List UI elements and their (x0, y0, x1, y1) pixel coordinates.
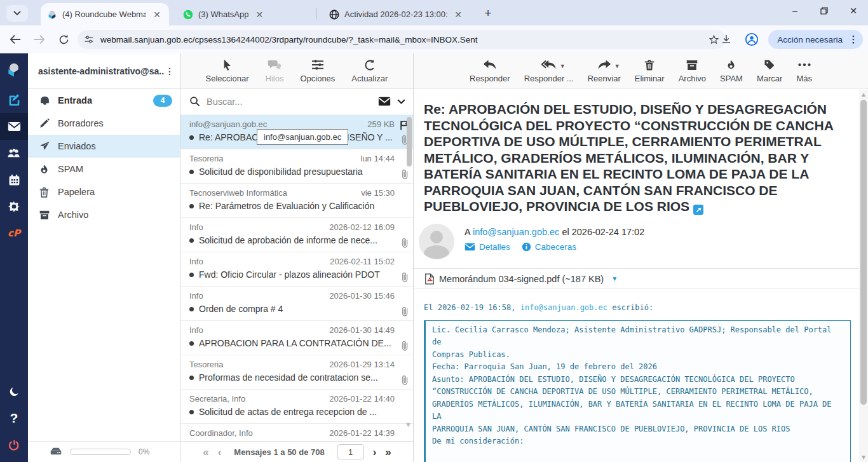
reload-icon[interactable] (55, 31, 72, 48)
attachment-clip-icon (400, 375, 410, 386)
settings-gear-icon[interactable] (0, 193, 28, 220)
account-header[interactable]: asistente-administrativo@sa... ⋮ (28, 53, 180, 89)
browser-menu-icon[interactable]: ⋮ (848, 34, 859, 45)
forward-caret-icon[interactable]: ▼ (614, 63, 620, 69)
folder-papelera[interactable]: Papelera (28, 180, 180, 203)
message-row[interactable]: Secretaria, Info2026-01-22 14:40 Solicit… (180, 390, 414, 424)
message-row[interactable]: Tesoreria2026-01-29 13:14 Proformas de n… (180, 355, 414, 390)
spam-button[interactable]: SPAM (720, 58, 743, 83)
tab-roundcube[interactable]: (4) Roundcube Webmail :: Envia ✕ (41, 3, 169, 25)
search-input[interactable] (207, 97, 372, 107)
recipient-address-link[interactable]: info@sanjuan.gob.ec (473, 227, 559, 237)
downloads-icon[interactable] (717, 31, 735, 48)
headers-link[interactable]: Cabeceras (522, 242, 576, 252)
account-menu-icon[interactable]: ⋮ (165, 66, 175, 76)
threads-icon (268, 58, 281, 72)
contacts-icon[interactable] (0, 140, 28, 166)
options-button[interactable]: Opciones (300, 58, 335, 83)
back-icon[interactable] (6, 31, 24, 48)
select-button[interactable]: Seleccionar (206, 58, 249, 83)
message-row[interactable]: Coordinador, Info2026-01-22 14:39 (180, 424, 414, 441)
scroll-thumb[interactable] (860, 100, 867, 405)
threads-button[interactable]: Hilos (266, 58, 284, 83)
next-page-icon[interactable]: › (373, 447, 377, 458)
calendar-icon[interactable] (0, 166, 28, 193)
page-number-input[interactable] (337, 444, 364, 459)
message-sender: Info (189, 257, 325, 266)
folder-borradores[interactable]: Borradores (28, 112, 180, 135)
tab-whatsapp[interactable]: (3) WhatsApp ✕ (177, 3, 310, 25)
reply-all-label: Responder ... (524, 74, 574, 83)
logout-icon[interactable] (0, 431, 28, 458)
folder-panel: asistente-administrativo@sa... ⋮ Entrada… (28, 53, 180, 462)
more-button[interactable]: Más (796, 58, 812, 83)
archive-icon (39, 210, 50, 220)
folder-enviados[interactable]: Enviados (28, 135, 180, 158)
tab-close-icon[interactable]: ✕ (452, 9, 464, 20)
roundcube-logo[interactable] (0, 53, 28, 86)
first-page-icon[interactable]: « (203, 447, 208, 458)
message-row[interactable]: Info2026-02-11 15:02 Fwd: Oficio Circula… (180, 252, 414, 287)
list-scroll-down-icon[interactable]: ▼ (405, 421, 412, 428)
compose-icon[interactable] (0, 86, 28, 113)
list-scrollbar[interactable] (407, 117, 412, 166)
quoted-sender-link[interactable]: info@sanjuan.gob.ec (520, 303, 607, 312)
search-scope-icon[interactable] (378, 97, 391, 106)
search-options-chevron-icon[interactable] (397, 99, 405, 104)
reader-scrollbar[interactable]: ▲ ▼ (859, 90, 868, 462)
help-icon[interactable]: ? (0, 405, 28, 431)
reply-all-button[interactable]: ▼ Responder ... (524, 58, 574, 83)
prev-page-icon[interactable]: ‹ (218, 447, 222, 458)
folder-entrada[interactable]: Entrada 4 (28, 89, 180, 112)
external-link-icon[interactable]: ↗ (693, 205, 703, 215)
close-window-button[interactable]: ✕ (839, 0, 868, 22)
attachment-menu-caret-icon[interactable]: ▼ (611, 275, 618, 282)
attachment-name[interactable]: Memorándum 034-signed.pdf (~187 KB) (439, 274, 604, 284)
attachment-bar[interactable]: Memorándum 034-signed.pdf (~187 KB) ▼ (414, 268, 860, 289)
tab-close-icon[interactable]: ✕ (151, 9, 163, 20)
folder-spam[interactable]: SPAM (28, 158, 180, 180)
message-row[interactable]: Info2026-01-30 15:46 Orden de compra # 4 (180, 287, 414, 321)
attachment-clip-icon (400, 306, 410, 317)
forward-button[interactable]: ▼ Reenviar (588, 58, 621, 83)
message-row[interactable]: Info2026-01-30 14:49 APROBACION PARA LA … (180, 321, 414, 355)
last-page-icon[interactable]: » (385, 447, 391, 458)
options-icon (311, 58, 324, 72)
message-sender: Info (189, 222, 324, 232)
tab-close-icon[interactable]: ✕ (254, 9, 265, 20)
tab-search-button[interactable] (6, 5, 28, 22)
cpanel-icon[interactable]: cP (0, 220, 28, 247)
site-info-icon[interactable] (84, 34, 94, 44)
mail-nav-icon[interactable] (0, 113, 28, 140)
folder-archivo[interactable]: Archivo (28, 203, 180, 226)
archive-button[interactable]: Archivo (679, 58, 706, 83)
minimize-button[interactable]: – (780, 0, 810, 22)
message-subject-heading: Re: APROBACIÓN DEL ESTUDIO, DISEÑO Y DES… (424, 101, 839, 215)
tab-title: (3) WhatsApp (198, 10, 248, 19)
tab-title: (4) Roundcube Webmail :: Envia (62, 10, 146, 19)
profile-icon[interactable] (743, 31, 761, 48)
message-row[interactable]: info@sanjuan.gob.ec 259 KB Re: APROBACIÓ… (180, 115, 414, 149)
message-date: lun 14:44 (361, 154, 395, 163)
folder-label: Enviados (58, 141, 172, 151)
reply-all-caret-icon[interactable]: ▼ (560, 63, 566, 69)
message-sender: Secretaria, Info (189, 394, 324, 404)
new-tab-button[interactable]: + (480, 6, 496, 21)
restore-button[interactable] (810, 0, 839, 22)
details-link[interactable]: Detalles (465, 242, 510, 252)
refresh-button[interactable]: Actualizar (351, 58, 388, 83)
message-row[interactable]: Info2026-02-12 16:09 Solicitud de aproba… (180, 218, 414, 252)
message-date: 2026-01-22 14:39 (329, 428, 395, 438)
message-row[interactable]: Tesorerialun 14:44 Solicitud de disponib… (180, 149, 414, 184)
tab-actividad[interactable]: Actividad 2026-02-23 13:00:00 ✕ (323, 3, 470, 25)
dark-mode-icon[interactable] (0, 378, 28, 405)
mark-button[interactable]: Marcar (757, 58, 782, 83)
message-row[interactable]: Tecnoserviweb Informáticavie 15:30 Re: P… (180, 184, 414, 218)
action-needed-button[interactable]: Acción necesaria ⋮ (768, 30, 863, 49)
forward-icon[interactable] (31, 31, 48, 48)
reply-button[interactable]: Responder (470, 58, 510, 83)
omnibox[interactable]: webmail.sanjuan.gob.ec/cpsess1364244002/… (78, 30, 726, 49)
scroll-up-icon[interactable]: ▲ (860, 91, 867, 98)
scroll-down-icon[interactable]: ▼ (860, 454, 867, 461)
delete-button[interactable]: Eliminar (635, 58, 665, 83)
